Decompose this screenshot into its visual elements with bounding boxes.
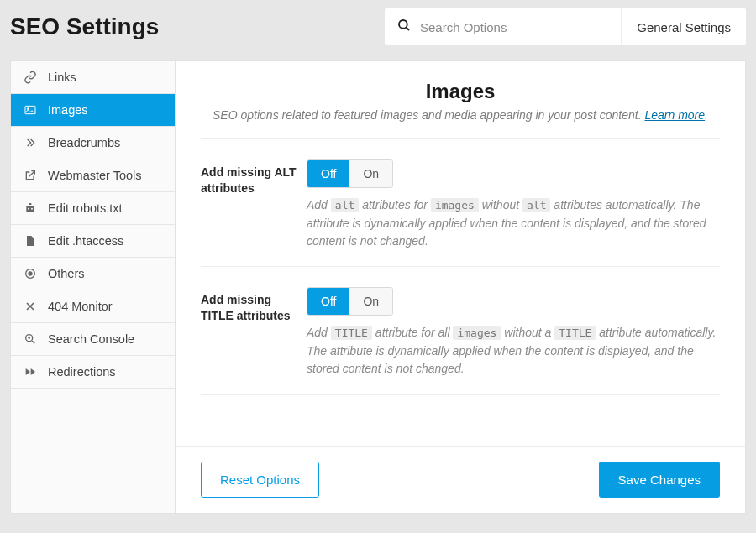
zoom-icon — [23, 332, 38, 347]
sidebar-item-search-console[interactable]: Search Console — [11, 323, 175, 356]
images-icon — [23, 102, 38, 118]
forward-icon — [23, 364, 38, 379]
sidebar: Links Images Breadcrumbs Webmaster Tools… — [10, 60, 175, 514]
sidebar-item-label: 404 Monitor — [48, 300, 113, 313]
main-panel: Images SEO options related to featured i… — [175, 60, 746, 514]
toggle-off-button[interactable]: Off — [307, 288, 349, 315]
reset-button[interactable]: Reset Options — [201, 462, 319, 498]
x-icon — [23, 299, 38, 314]
sidebar-item-label: Search Console — [48, 332, 134, 346]
search-icon — [396, 18, 412, 36]
sidebar-item-others[interactable]: Others — [11, 258, 175, 290]
robot-icon — [23, 201, 38, 216]
target-icon — [23, 266, 38, 281]
panel-title: Images — [201, 80, 720, 103]
panel-footer: Reset Options Save Changes — [176, 446, 745, 513]
save-button[interactable]: Save Changes — [599, 462, 720, 498]
sidebar-item-label: Webmaster Tools — [48, 169, 141, 182]
toggle-on-button[interactable]: On — [349, 288, 392, 315]
field-label: Add missing TITLE attributes — [201, 287, 307, 379]
svg-point-9 — [29, 272, 32, 275]
search-input[interactable] — [420, 20, 612, 34]
sidebar-item-label: Edit .htaccess — [48, 234, 123, 248]
field-label: Add missing ALT attributes — [201, 159, 307, 251]
svg-rect-4 — [26, 206, 34, 212]
toggle-on-button[interactable]: On — [349, 160, 392, 187]
sidebar-item-label: Edit robots.txt — [48, 201, 123, 215]
sidebar-item-label: Others — [48, 267, 85, 280]
page-title: SEO Settings — [10, 13, 159, 40]
sidebar-item-webmaster-tools[interactable]: Webmaster Tools — [11, 159, 175, 192]
sidebar-item-label: Images — [48, 103, 88, 117]
svg-rect-7 — [29, 203, 32, 205]
field-title-attributes: Add missing TITLE attributes Off On Add … — [201, 267, 720, 395]
toggle-alt: Off On — [307, 159, 393, 188]
sidebar-item-redirections[interactable]: Redirections — [11, 356, 175, 389]
sidebar-item-404[interactable]: 404 Monitor — [11, 290, 175, 323]
svg-point-0 — [399, 20, 407, 29]
svg-point-5 — [28, 208, 29, 210]
sidebar-item-label: Redirections — [48, 365, 116, 379]
sidebar-item-htaccess[interactable]: Edit .htaccess — [11, 225, 175, 258]
svg-point-6 — [31, 208, 33, 210]
toggle-off-button[interactable]: Off — [307, 160, 349, 187]
file-icon — [23, 233, 38, 248]
learn-more-link[interactable]: Learn more — [644, 108, 705, 122]
panel-subtitle: SEO options related to featured images a… — [201, 108, 720, 122]
sidebar-item-label: Breadcrumbs — [48, 136, 120, 149]
external-icon — [23, 168, 38, 183]
field-description: Add TITLE attribute for all images witho… — [307, 324, 720, 379]
field-description: Add alt attributes for images without al… — [307, 196, 720, 251]
sidebar-item-robots[interactable]: Edit robots.txt — [11, 192, 175, 225]
sidebar-item-label: Links — [48, 71, 76, 84]
sidebar-item-links[interactable]: Links — [11, 61, 175, 94]
general-settings-tab[interactable]: General Settings — [621, 8, 746, 45]
toggle-title: Off On — [307, 287, 393, 316]
links-icon — [23, 70, 38, 85]
sidebar-item-images[interactable]: Images — [11, 94, 175, 127]
search-container: General Settings — [385, 8, 746, 45]
field-alt-attributes: Add missing ALT attributes Off On Add al… — [201, 139, 720, 267]
svg-line-1 — [407, 28, 409, 30]
chevrons-icon — [23, 135, 38, 150]
sidebar-item-breadcrumbs[interactable]: Breadcrumbs — [11, 127, 175, 159]
